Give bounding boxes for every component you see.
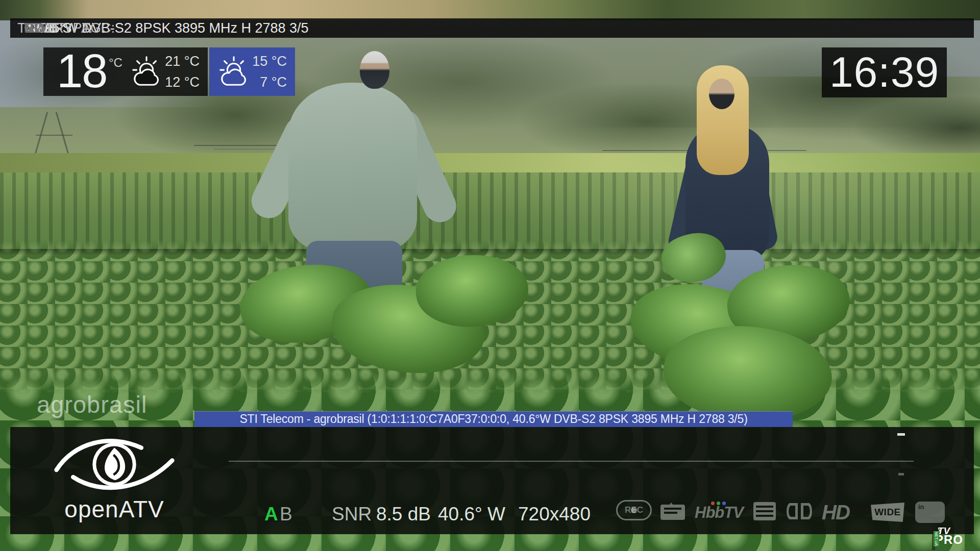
- protv-side-text: NET.UA: [934, 531, 939, 546]
- protv-station-logo: PRO TV NET.UA: [932, 530, 935, 550]
- crypt-label: CRYPT:: [44, 20, 93, 36]
- weather-widget-today: 18 °C 21 °C 12 °C: [43, 47, 208, 96]
- record-icon: REC: [616, 500, 652, 520]
- sun-behind-cloud-icon: [129, 55, 165, 88]
- wide-label: WIDE: [874, 507, 901, 518]
- today-low: 12 °C: [165, 74, 200, 90]
- woman-head-mask: [709, 79, 734, 109]
- audio-track-b: B: [280, 504, 292, 525]
- subtitles-icon: [753, 502, 776, 520]
- infobar-panel: openATV A B SNR 8.5 dB 40.6° W 720x480 R…: [10, 427, 974, 534]
- snr-label: SNR: [332, 504, 372, 525]
- video-resolution: 720x480: [518, 504, 591, 525]
- snr-value: 8.5 dB: [376, 504, 431, 525]
- openatv-eye-icon: [40, 431, 189, 498]
- current-temperature: 18: [57, 48, 107, 93]
- aspect-label: in: [918, 503, 924, 511]
- service-info-bar: STI Telecom - agrobrasil (1:0:1:1:1:0:C7…: [194, 411, 793, 427]
- dolby-icon: [785, 502, 814, 520]
- man-head-mask: [360, 51, 389, 89]
- event-progress-marker: [897, 433, 905, 436]
- aspect-ratio-icon: in: [915, 502, 945, 523]
- tv-screen: TYPE: DVB-S 40.6°W DVB-S2 8PSK 3895 MHz …: [0, 0, 980, 551]
- irrigation-frame: [36, 135, 72, 136]
- audio-track-a: A: [264, 504, 278, 525]
- protv-tv-text: TV: [938, 525, 950, 537]
- clock: 16:39: [822, 47, 947, 97]
- tuner-info-bar: TYPE: DVB-S 40.6°W DVB-S2 8PSK 3895 MHz …: [10, 18, 974, 38]
- temperature-unit: °C: [109, 56, 122, 70]
- today-high: 21 °C: [165, 54, 200, 69]
- next-low: 7 °C: [260, 74, 287, 90]
- channel-watermark: agrobrasil: [37, 390, 147, 418]
- next-high: 15 °C: [252, 54, 287, 69]
- hbbtv-label: HbbTV: [695, 504, 743, 522]
- record-label: REC: [625, 505, 643, 515]
- openatv-brand-text: openATV: [40, 495, 189, 523]
- separator-line: [229, 461, 914, 462]
- crypt-flag: CO: [24, 20, 45, 36]
- teletext-icon: [660, 501, 685, 520]
- sun-behind-cloud-icon: [216, 55, 252, 88]
- weather-widget-next: 15 °C 7 °C: [209, 47, 295, 96]
- orbital-position: 40.6° W: [438, 504, 505, 525]
- widescreen-icon: WIDE: [871, 503, 904, 522]
- event-marker-small: [898, 473, 904, 475]
- hd-icon: HD: [822, 501, 849, 524]
